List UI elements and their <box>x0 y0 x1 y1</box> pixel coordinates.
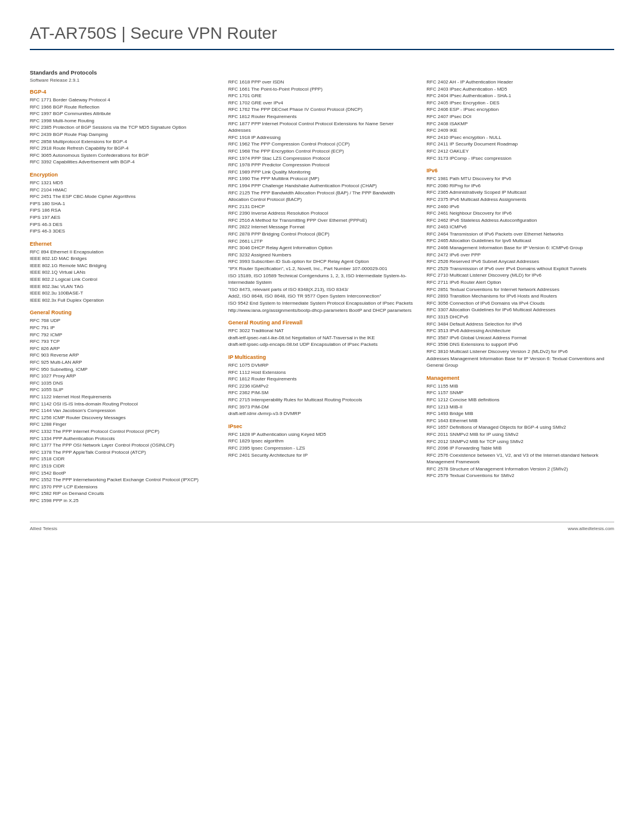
bgp4-title: BGP-4 <box>30 89 218 95</box>
section-title: Standards and Protocols <box>30 69 218 76</box>
encryption-section: Encryption RFC 1321 MD5 RFC 2104 HMAC RF… <box>30 172 218 235</box>
general-routing-section: General Routing RFC 768 UDP RFC 791 IP R… <box>30 309 218 504</box>
footer-right: www.alliedtelesis.com <box>568 526 614 531</box>
column-1: Standards and Protocols Software Release… <box>30 61 228 504</box>
header-title: AT-AR750S | Secure VPN Router <box>30 24 614 50</box>
ipv6-section: IPv6 RFC 1981 Path MTU Discovery for IPv… <box>426 168 614 369</box>
ipsec-section: IPsec RFC 1828 IP Authentication using K… <box>228 423 416 459</box>
ipsec-title: IPsec <box>228 423 416 429</box>
encryption-lines: RFC 1321 MD5 RFC 2104 HMAC RFC 2451 The … <box>30 179 218 235</box>
ethernet-title: Ethernet <box>30 241 218 247</box>
bgp4-section: BGP-4 RFC 1771 Border Gateway Protocol 4… <box>30 89 218 166</box>
col2-top-lines: RFC 1618 PPP over ISDN RFC 1661 The Poin… <box>228 79 416 314</box>
management-section: Management RFC 1155 MIB RFC 1157 SNMP RF… <box>426 375 614 479</box>
footer-left: Allied Telesis <box>30 526 57 531</box>
ipv6-title: IPv6 <box>426 168 614 174</box>
general-routing-firewall-lines: RFC 3022 Traditional NAT draft-ietf-ipse… <box>228 327 416 348</box>
general-routing-firewall-section: General Routing and Firewall RFC 3022 Tr… <box>228 320 416 348</box>
section-subtitle: Software Release 2.9.1 <box>30 78 218 83</box>
ip-multicasting-section: IP Multicasting RFC 1075 DVMRP RFC 1112 … <box>228 354 416 417</box>
ip-multicasting-title: IP Multicasting <box>228 354 416 360</box>
title-bold: AT-AR750S <box>30 24 117 42</box>
column-3: RFC 2402 AH - IP Authentication Header R… <box>426 61 614 504</box>
encryption-title: Encryption <box>30 172 218 178</box>
management-lines: RFC 1155 MIB RFC 1157 SNMP RFC 1212 Conc… <box>426 383 614 479</box>
management-title: Management <box>426 375 614 381</box>
ethernet-lines: RFC 894 Ethernet II Encapsulation IEEE 8… <box>30 249 218 304</box>
columns-container: Standards and Protocols Software Release… <box>30 61 614 504</box>
title-normal: | Secure VPN Router <box>117 24 277 42</box>
general-routing-lines: RFC 768 UDP RFC 791 IP RFC 792 ICMP RFC … <box>30 317 218 504</box>
general-routing-title: General Routing <box>30 309 218 315</box>
ip-multicasting-lines: RFC 1075 DVMRP RFC 1112 Host Extensions … <box>228 362 416 417</box>
ethernet-section: Ethernet RFC 894 Ethernet II Encapsulati… <box>30 241 218 304</box>
header: AT-AR750S | Secure VPN Router <box>30 24 614 50</box>
col3-top-lines: RFC 2402 AH - IP Authentication Header R… <box>426 79 614 162</box>
ipv6-lines: RFC 1981 Path MTU Discovery for IPv6 RFC… <box>426 175 614 369</box>
page-wrapper: AT-AR750S | Secure VPN Router Standards … <box>30 24 614 531</box>
bgp4-lines: RFC 1771 Border Gateway Protocol 4 RFC 1… <box>30 97 218 166</box>
general-routing-firewall-title: General Routing and Firewall <box>228 320 416 326</box>
ipsec-lines: RFC 1828 IP Authentication using Keyed M… <box>228 431 416 459</box>
column-2: RFC 1618 PPP over ISDN RFC 1661 The Poin… <box>228 61 427 504</box>
footer: Allied Telesis www.alliedtelesis.com <box>30 522 614 531</box>
